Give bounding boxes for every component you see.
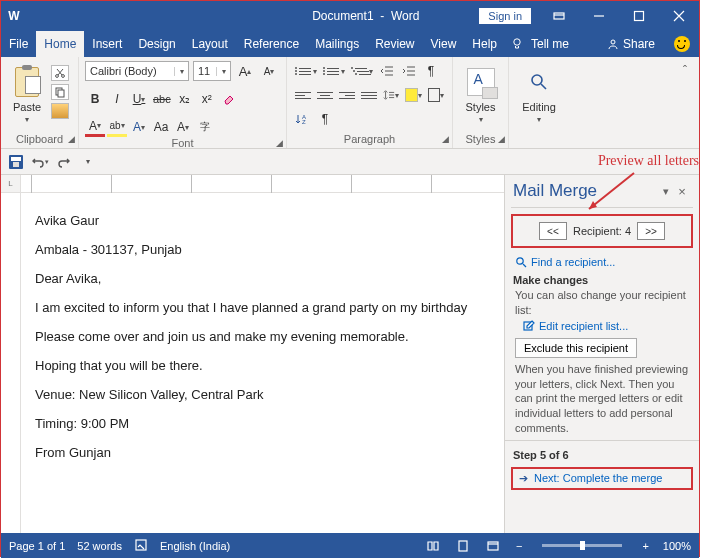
lightbulb-icon[interactable] [505,31,529,57]
vertical-ruler[interactable] [1,193,21,533]
exclude-recipient-button[interactable]: Exclude this recipient [515,338,637,358]
char-border-button[interactable]: A▾ [173,117,193,137]
clear-format-button[interactable] [219,89,239,109]
doc-line: Venue: New Silicon Valley, Central Park [35,387,490,402]
tab-review[interactable]: Review [367,31,422,57]
proofing-icon[interactable] [134,538,148,554]
sort-button[interactable]: AZ [293,109,313,129]
align-left-button[interactable] [293,85,313,105]
language-indicator[interactable]: English (India) [160,540,230,552]
undo-button[interactable]: ▾ [31,153,49,171]
font-size-select[interactable]: 11▾ [193,61,231,81]
align-center-button[interactable] [315,85,335,105]
svg-rect-7 [58,90,64,97]
align-right-button[interactable] [337,85,357,105]
web-layout-icon[interactable] [484,539,502,553]
tab-design[interactable]: Design [130,31,183,57]
align-right-icon [339,88,355,102]
print-layout-icon[interactable] [454,539,472,553]
outdent-icon [380,65,394,77]
mail-merge-pane: Preview all letters Mail Merge ▾ × << Re… [504,175,699,533]
collapse-ribbon-icon[interactable]: ˆ [675,61,695,81]
underline-button[interactable]: U▾ [129,89,149,109]
tab-home[interactable]: Home [36,31,84,57]
prev-recipient-button[interactable]: << [539,222,567,240]
close-icon[interactable] [659,1,699,31]
bullets-button[interactable]: ▾ [293,61,319,81]
copy-button[interactable] [51,84,69,100]
page-indicator[interactable]: Page 1 of 1 [9,540,65,552]
share-button[interactable]: Share [597,31,665,57]
zoom-slider[interactable] [542,544,622,547]
tell-me-search[interactable]: Tell me [529,31,577,57]
bullets-icon [295,63,313,79]
minimize-icon[interactable] [579,1,619,31]
tab-layout[interactable]: Layout [184,31,236,57]
dialog-launcher-icon[interactable]: ◢ [498,134,505,144]
redo-button[interactable] [55,153,73,171]
shrink-font-button[interactable]: A▾ [259,61,279,81]
feedback-smiley-icon[interactable] [665,31,699,57]
change-case-button[interactable]: Aa [151,117,171,137]
font-family-select[interactable]: Calibri (Body)▾ [85,61,189,81]
next-complete-merge-link[interactable]: Next: Complete the merge [534,472,662,484]
ribbon-display-icon[interactable] [539,1,579,31]
next-recipient-button[interactable]: >> [637,222,665,240]
increase-indent-button[interactable] [399,61,419,81]
decrease-indent-button[interactable] [377,61,397,81]
maximize-icon[interactable] [619,1,659,31]
justify-button[interactable] [359,85,379,105]
text-effects-button[interactable]: A▾ [129,117,149,137]
tab-file[interactable]: File [1,31,36,57]
enclose-char-button[interactable]: 字 [195,117,215,137]
multilevel-button[interactable]: ▾ [349,61,375,81]
svg-rect-15 [488,542,498,550]
pane-dropdown-icon[interactable]: ▾ [659,185,673,198]
editing-button[interactable]: Editing ▾ [519,61,559,124]
word-count[interactable]: 52 words [77,540,122,552]
italic-button[interactable]: I [107,89,127,109]
pane-close-icon[interactable]: × [673,184,691,199]
sign-in-button[interactable]: Sign in [479,8,531,24]
dialog-launcher-icon[interactable]: ◢ [276,138,283,148]
line-spacing-icon [383,89,395,101]
cut-button[interactable] [51,65,69,81]
strikethrough-button[interactable]: abc [151,89,173,109]
chevron-down-icon: ▾ [479,115,483,124]
recipient-nav-box: << Recipient: 4 >> [511,214,693,248]
zoom-out-button[interactable]: − [514,540,524,552]
show-marks-button[interactable]: ¶ [421,61,441,81]
shading-button[interactable]: ▾ [403,85,424,105]
group-label: Styles [466,133,496,145]
format-painter-button[interactable] [51,103,69,119]
pilcrow-button[interactable]: ¶ [315,109,335,129]
edit-recipient-list-link[interactable]: Edit recipient list... [539,320,628,332]
tab-mailings[interactable]: Mailings [307,31,367,57]
line-spacing-button[interactable]: ▾ [381,85,401,105]
paste-button[interactable]: Paste ▾ [7,61,47,124]
align-center-icon [317,88,333,102]
superscript-button[interactable]: x² [197,89,217,109]
borders-button[interactable]: ▾ [426,85,446,105]
dialog-launcher-icon[interactable]: ◢ [442,134,449,144]
font-color-button[interactable]: A▾ [85,117,105,137]
save-button[interactable] [7,153,25,171]
bold-button[interactable]: B [85,89,105,109]
tab-view[interactable]: View [423,31,465,57]
highlight-button[interactable]: ab▾ [107,117,127,137]
document-page[interactable]: Avika Gaur Ambala - 301137, Punjab Dear … [21,193,504,533]
dialog-launcher-icon[interactable]: ◢ [68,134,75,144]
tab-help[interactable]: Help [464,31,505,57]
read-mode-icon[interactable] [424,539,442,553]
grow-font-button[interactable]: A▴ [235,61,255,81]
tab-references[interactable]: Reference [236,31,307,57]
zoom-in-button[interactable]: + [640,540,650,552]
horizontal-ruler[interactable] [21,175,504,193]
numbering-button[interactable]: ▾ [321,61,347,81]
styles-button[interactable]: Styles ▾ [461,61,501,124]
subscript-button[interactable]: x₂ [175,89,195,109]
tab-insert[interactable]: Insert [84,31,130,57]
find-recipient-link[interactable]: Find a recipient... [531,256,615,268]
zoom-level[interactable]: 100% [663,540,691,552]
qat-customize-icon[interactable]: ▾ [79,153,97,171]
